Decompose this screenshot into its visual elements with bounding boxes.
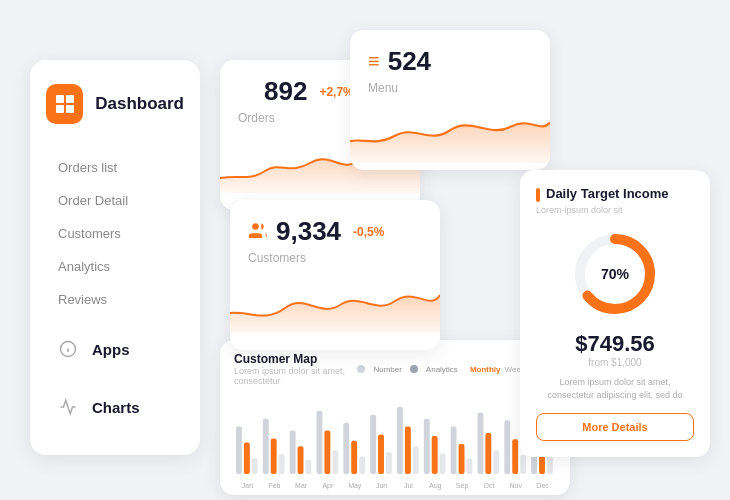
svg-rect-28 xyxy=(370,415,376,474)
svg-text:Jan: Jan xyxy=(242,482,253,489)
svg-rect-41 xyxy=(459,444,465,474)
orders-value: 892 xyxy=(264,76,307,107)
svg-rect-12 xyxy=(263,419,269,474)
svg-text:Apr: Apr xyxy=(322,482,334,490)
svg-rect-30 xyxy=(386,452,392,474)
svg-rect-0 xyxy=(56,95,64,103)
sidebar-section-charts[interactable]: Charts xyxy=(46,383,184,431)
customers-icon xyxy=(248,220,268,243)
svg-text:Sep: Sep xyxy=(456,482,469,490)
filter-monthly[interactable]: Monthly xyxy=(470,365,501,374)
map-title: Customer Map xyxy=(234,352,357,366)
income-amount: $749.56 xyxy=(536,331,694,357)
sidebar-section-charts-label: Charts xyxy=(92,399,140,416)
svg-rect-16 xyxy=(290,431,296,474)
dashboard-icon xyxy=(53,92,77,116)
svg-text:Jul: Jul xyxy=(404,482,413,489)
cards-area: 892 +2,7% Orders ≡ 524 Menu xyxy=(220,30,710,480)
menu-value: 524 xyxy=(388,46,431,77)
income-from: from $1,000 xyxy=(536,357,694,368)
donut-chart: 70% xyxy=(570,229,660,319)
svg-rect-20 xyxy=(317,411,323,474)
income-title: Daily Target Income xyxy=(546,186,669,201)
svg-text:Mar: Mar xyxy=(295,482,308,489)
svg-text:Dec: Dec xyxy=(536,482,549,489)
svg-rect-8 xyxy=(236,427,242,474)
donut-chart-wrap: 70% xyxy=(536,229,694,319)
svg-point-7 xyxy=(252,223,259,230)
customers-sparkline xyxy=(230,273,440,333)
map-header: Customer Map Lorem ipsum dolor sit amet,… xyxy=(234,352,556,386)
svg-rect-21 xyxy=(324,431,330,474)
svg-rect-14 xyxy=(279,454,285,474)
sidebar-item-analytics[interactable]: Analytics xyxy=(46,251,184,282)
sidebar-item-order-detail[interactable]: Order Detail xyxy=(46,185,184,216)
more-details-button[interactable]: More Details xyxy=(536,413,694,441)
svg-text:Nov: Nov xyxy=(510,482,523,489)
svg-rect-13 xyxy=(271,438,277,474)
svg-rect-44 xyxy=(478,412,484,474)
svg-rect-36 xyxy=(424,419,430,474)
sidebar-title: Dashboard xyxy=(95,94,184,114)
legend-number-label: Number xyxy=(373,365,401,374)
legend-analytics-label: Analytics xyxy=(426,365,458,374)
svg-rect-45 xyxy=(485,433,491,474)
svg-rect-10 xyxy=(252,458,258,474)
svg-text:May: May xyxy=(348,482,362,490)
customers-card: 9,334 -0,5% Customers xyxy=(230,200,440,350)
bar-chart-svg: JanFebMarAprMayJunJulAugSepOctNovDec xyxy=(234,390,556,490)
legend-analytics-dot xyxy=(410,365,418,373)
bar-chart: JanFebMarAprMayJunJulAugSepOctNovDec xyxy=(234,390,556,494)
svg-rect-9 xyxy=(244,442,250,474)
svg-rect-33 xyxy=(405,427,411,474)
map-legend: Number Analytics xyxy=(357,365,457,374)
svg-rect-26 xyxy=(359,457,365,474)
sidebar-item-reviews[interactable]: Reviews xyxy=(46,284,184,315)
svg-text:Aug: Aug xyxy=(429,482,442,490)
legend-number-dot xyxy=(357,365,365,373)
orders-icon xyxy=(238,80,256,103)
activity-icon xyxy=(54,393,82,421)
svg-rect-38 xyxy=(440,453,446,474)
svg-rect-37 xyxy=(432,436,438,474)
svg-rect-32 xyxy=(397,407,403,474)
menu-label: Menu xyxy=(368,81,532,95)
customers-label: Customers xyxy=(248,251,422,265)
menu-card: ≡ 524 Menu xyxy=(350,30,550,170)
logo-icon xyxy=(46,84,83,124)
map-subtitle: Lorem ipsum dolor sit amet, consectetur xyxy=(234,366,357,386)
orders-change: +2,7% xyxy=(319,85,353,99)
svg-rect-24 xyxy=(343,423,349,474)
svg-text:70%: 70% xyxy=(601,266,630,282)
sidebar-item-orders-list[interactable]: Orders list xyxy=(46,152,184,183)
svg-text:Oct: Oct xyxy=(483,482,494,489)
sidebar: Dashboard Orders list Order Detail Custo… xyxy=(30,60,200,455)
svg-rect-2 xyxy=(56,105,64,113)
income-card: Daily Target Income Lorem-ipsum dolor si… xyxy=(520,170,710,457)
customers-change: -0,5% xyxy=(353,225,384,239)
svg-rect-40 xyxy=(451,427,457,474)
sidebar-section-apps-label: Apps xyxy=(92,341,130,358)
svg-text:Jun: Jun xyxy=(376,482,387,489)
svg-rect-22 xyxy=(332,450,338,474)
svg-rect-50 xyxy=(520,455,526,474)
customer-map-card: Customer Map Lorem ipsum dolor sit amet,… xyxy=(220,340,570,495)
svg-rect-46 xyxy=(493,450,499,474)
svg-rect-25 xyxy=(351,441,357,474)
sidebar-item-customers[interactable]: Customers xyxy=(46,218,184,249)
svg-rect-49 xyxy=(512,439,518,474)
income-accent-bar xyxy=(536,188,540,202)
svg-rect-3 xyxy=(66,105,74,113)
svg-rect-1 xyxy=(66,95,74,103)
svg-rect-34 xyxy=(413,446,419,474)
income-subtitle: Lorem-ipsum dolor sit xyxy=(536,205,694,215)
menu-icon: ≡ xyxy=(368,50,380,73)
sidebar-section-apps[interactable]: Apps xyxy=(46,325,184,373)
svg-text:Feb: Feb xyxy=(268,482,280,489)
svg-rect-42 xyxy=(466,458,472,474)
info-icon xyxy=(54,335,82,363)
customers-value: 9,334 xyxy=(276,216,341,247)
svg-rect-18 xyxy=(305,460,311,474)
menu-sparkline xyxy=(350,103,550,163)
svg-rect-48 xyxy=(504,420,510,474)
